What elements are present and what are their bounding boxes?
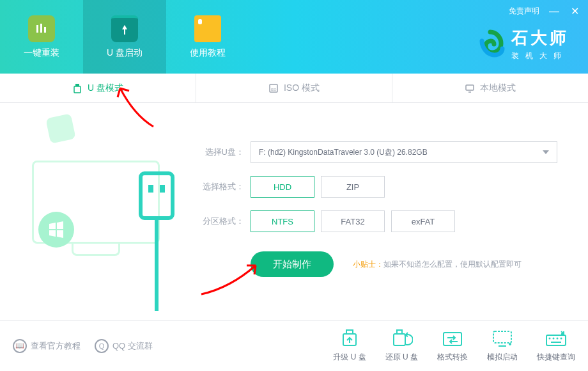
tab-label: U 盘模式 xyxy=(88,83,123,94)
disk-value: F: (hd2) KingstonDataTraveler 3.0 (U盘) 2… xyxy=(259,147,428,158)
iso-icon: ISO xyxy=(268,83,279,93)
tool-restore-usb[interactable]: 还原 U 盘 xyxy=(385,329,418,363)
disk-select[interactable]: F: (hd2) KingstonDataTraveler 3.0 (U盘) 2… xyxy=(251,141,557,163)
tool-label: 快捷键查询 xyxy=(537,352,575,363)
brand-title: 石大师 xyxy=(511,27,569,49)
svg-rect-7 xyxy=(466,85,474,90)
window-controls: 免责声明 — ✕ xyxy=(509,5,580,17)
footer: 📖 查看官方教程 Q QQ 交流群 升级 U 盘 还原 U 盘 格式转换 模拟启… xyxy=(0,320,588,370)
windows-badge-icon xyxy=(38,212,74,248)
tab-iso-mode[interactable]: ISO ISO 模式 xyxy=(196,74,392,102)
partition-option-fat32[interactable]: FAT32 xyxy=(321,210,385,232)
partition-label: 分区格式： xyxy=(198,216,244,227)
illustration xyxy=(0,103,192,320)
app-header: 一键重装 U 盘启动 使用教程 免责声明 — ✕ 石大师 装机大师 xyxy=(0,0,588,74)
brand-logo-icon xyxy=(476,29,505,59)
windows-small-icon xyxy=(45,113,75,143)
restore-usb-icon xyxy=(390,329,413,348)
tool-format-convert[interactable]: 格式转换 xyxy=(437,329,468,363)
main-content: 选择U盘： F: (hd2) KingstonDataTraveler 3.0 … xyxy=(0,103,588,320)
tool-simulate-boot[interactable]: 模拟启动 xyxy=(487,329,518,363)
svg-rect-2 xyxy=(44,27,46,33)
minimize-button[interactable]: — xyxy=(548,6,560,17)
svg-rect-15 xyxy=(394,334,405,345)
format-option-zip[interactable]: ZIP xyxy=(321,176,385,198)
usb-boot-icon xyxy=(111,15,138,42)
upgrade-usb-icon xyxy=(338,329,361,348)
link-label: 查看官方教程 xyxy=(31,340,81,352)
tool-label: 模拟启动 xyxy=(487,352,518,363)
svg-rect-14 xyxy=(346,330,353,334)
nav-usb-boot[interactable]: U 盘启动 xyxy=(83,0,166,74)
monitor-icon xyxy=(465,83,475,93)
close-button[interactable]: ✕ xyxy=(569,5,580,17)
nav-reinstall[interactable]: 一键重装 xyxy=(0,0,83,74)
partition-option-exfat[interactable]: exFAT xyxy=(391,210,455,232)
form-area: 选择U盘： F: (hd2) KingstonDataTraveler 3.0 … xyxy=(192,103,588,320)
svg-rect-1 xyxy=(40,24,42,33)
nav-label: 使用教程 xyxy=(190,47,226,59)
chevron-down-icon xyxy=(543,150,549,154)
tool-hotkey-lookup[interactable]: 快捷键查询 xyxy=(537,329,575,363)
usb-plug-icon xyxy=(134,167,179,314)
tip-text: 小贴士：如果不知道怎么配置，使用默认配置即可 xyxy=(353,259,522,270)
svg-rect-4 xyxy=(74,86,81,93)
format-convert-icon xyxy=(441,329,464,348)
disclaimer-link[interactable]: 免责声明 xyxy=(509,6,539,17)
nav-label: U 盘启动 xyxy=(107,47,143,59)
partition-option-ntfs[interactable]: NTFS xyxy=(251,210,314,232)
svg-rect-9 xyxy=(141,173,173,218)
svg-text:ISO: ISO xyxy=(271,88,277,91)
svg-rect-18 xyxy=(493,331,511,343)
qq-group-link[interactable]: Q QQ 交流群 xyxy=(95,339,153,353)
brand-subtitle: 装机大师 xyxy=(511,51,569,61)
link-label: QQ 交流群 xyxy=(112,340,153,352)
nav-label: 一键重装 xyxy=(24,47,59,59)
brand: 石大师 装机大师 xyxy=(476,27,569,61)
svg-rect-11 xyxy=(160,185,165,193)
official-tutorial-link[interactable]: 📖 查看官方教程 xyxy=(13,339,81,353)
tab-usb-mode[interactable]: U 盘模式 xyxy=(0,74,196,102)
tutorial-icon xyxy=(194,15,221,42)
reinstall-icon xyxy=(28,15,55,42)
tool-label: 还原 U 盘 xyxy=(385,352,418,363)
tab-label: ISO 模式 xyxy=(284,83,320,94)
qq-icon: Q xyxy=(95,339,109,353)
tab-label: 本地模式 xyxy=(480,83,516,94)
svg-rect-0 xyxy=(36,25,38,33)
svg-rect-10 xyxy=(148,185,153,193)
tool-label: 升级 U 盘 xyxy=(333,352,366,363)
usb-icon xyxy=(72,83,82,93)
svg-rect-21 xyxy=(546,335,566,345)
tab-local-mode[interactable]: 本地模式 xyxy=(392,74,588,102)
mode-tabs: U 盘模式 ISO ISO 模式 本地模式 xyxy=(0,74,588,103)
format-label: 选择格式： xyxy=(198,181,244,193)
svg-rect-17 xyxy=(444,333,461,345)
book-icon: 📖 xyxy=(13,339,27,353)
svg-point-19 xyxy=(509,343,511,345)
disk-label: 选择U盘： xyxy=(198,146,244,158)
keyboard-icon xyxy=(545,329,568,348)
nav-tutorial[interactable]: 使用教程 xyxy=(166,0,249,74)
tool-upgrade-usb[interactable]: 升级 U 盘 xyxy=(333,329,366,363)
tip-label: 小贴士： xyxy=(353,260,383,269)
tool-label: 格式转换 xyxy=(437,352,468,363)
start-button[interactable]: 开始制作 xyxy=(251,251,334,277)
simulate-boot-icon xyxy=(491,329,514,348)
format-option-hdd[interactable]: HDD xyxy=(251,176,314,198)
svg-rect-16 xyxy=(397,330,402,334)
